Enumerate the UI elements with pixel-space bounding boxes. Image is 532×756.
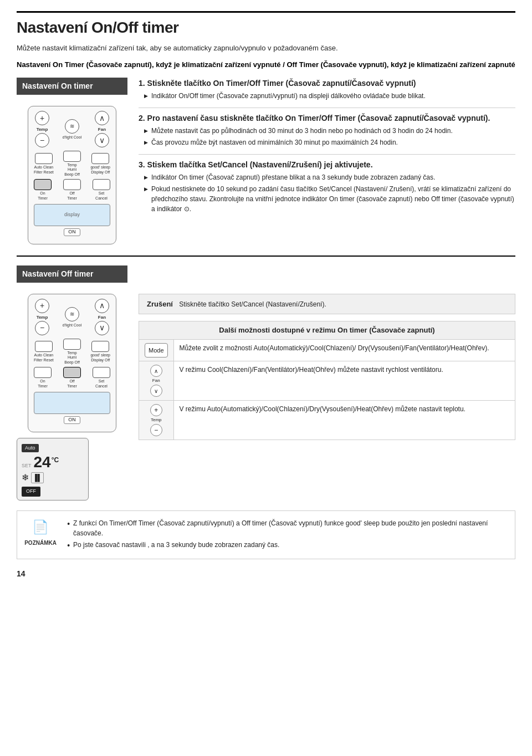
dlight-icon[interactable]: ≋ (65, 119, 79, 134)
off-temp-minus-btn[interactable]: − (35, 321, 49, 335)
main-header: Nastavení On/Off timer Můžete nastavit k… (17, 11, 515, 54)
off-remote-display (34, 392, 110, 414)
off-timer-label-box: Nastavení Off timer (17, 265, 127, 283)
fan-icon-cell: ∧ Fan ∨ (139, 361, 174, 401)
temp-btn-group: + Temp − (34, 111, 50, 149)
step-3: 3. Stiskem tlačítka Set/Cancel (Nastaven… (139, 159, 515, 214)
off-display-set-row: SET 24°C (22, 454, 84, 470)
step-1-num: 1. Stiskněte tlačítko On Timer/Off Timer… (139, 78, 515, 89)
off-dlight-btn: ≋ d'light Cool (63, 307, 81, 329)
off-display-auto: Auto (22, 444, 39, 453)
remote-off: + Temp − ≋ d'light Cool ∧ Fan (28, 294, 116, 432)
step-2-bullet-2: Čas provozu může být nastaven od minimál… (144, 137, 515, 147)
note-content: Z funkcí On Timer/Off Timer (Časovač zap… (62, 517, 507, 553)
off-timer-col-left: + Temp − ≋ d'light Cool ∧ Fan (17, 294, 127, 500)
fan-btn-group: ∧ Fan ∨ (94, 111, 110, 149)
off-timer-col-right: Zrušení Stiskněte tlačítko Set/Cancel (N… (139, 294, 515, 500)
on-timer-col-right: 1. Stiskněte tlačítko On Timer/Off Timer… (139, 78, 515, 244)
info-table-header: Další možnosti dostupné v režimu On time… (139, 321, 515, 340)
step-3-bullet-1: Indikátor On timer (Časovač zapnutí) pře… (144, 172, 515, 182)
step-3-bullet-2: Pokud nestisknete do 10 sekund po zadání… (144, 184, 515, 214)
note-bullet-2: Po jste časovač nastavili , a na 3 sekun… (67, 540, 507, 551)
step-2-num: 2. Pro nastavení času stiskněte tlačítko… (139, 113, 515, 124)
zruseni-box: Zrušení Stiskněte tlačítko Set/Cancel (N… (139, 294, 515, 315)
off-display-off-btn: OFF (22, 487, 40, 497)
on-timer-label-box: Nastavení On timer (17, 78, 127, 95)
off-good-sleep-btn: good' sleepDisplay Off (90, 341, 110, 362)
section1-heading: Nastavení On Timer (Časovače zapnutí), k… (17, 59, 515, 70)
note-icon-col: 📄 POZNÁMKA (25, 517, 56, 553)
on-timer-section: Nastavení On timer + Temp − ≋ d'light Co… (17, 78, 515, 244)
off-timer-section: Nastavení Off timer + Temp − ≋ (17, 265, 515, 500)
off-on-timer-btn: OnTimer (34, 367, 52, 389)
note-box: 📄 POZNÁMKA Z funkcí On Timer/Off Timer (… (17, 510, 515, 559)
info-table: Další možnosti dostupné v režimu On time… (139, 321, 515, 440)
off-fan-btn-group: ∧ Fan ∨ (94, 299, 110, 336)
fan-label: Fan (98, 126, 106, 133)
section-divider (17, 256, 515, 257)
temp-icon-cell: + Temp − (139, 401, 174, 440)
temp-minus-btn[interactable]: − (35, 133, 49, 147)
step-2-title: Pro nastavení času stiskněte tlačítko On… (147, 114, 490, 122)
on-indicator: ON (64, 228, 80, 236)
page-wrapper: Nastavení On/Off timer Můžete nastavit k… (17, 11, 515, 580)
step-1-title: Stiskněte tlačítko On Timer/Off Timer (Č… (147, 79, 416, 88)
off-set-cancel-btn: SetCancel (93, 367, 110, 389)
step-2: 2. Pro nastavení času stiskněte tlačítko… (139, 113, 515, 147)
off-dlight-icon[interactable]: ≋ (65, 307, 79, 321)
good-sleep-label: good' sleepDisplay Off (90, 165, 110, 175)
auto-clean-label: Auto CleanFilter Reset (34, 165, 54, 175)
off-off-timer-btn: OffTimer (63, 367, 81, 389)
divider-1 (139, 108, 515, 108)
off-timer-btn: OffTimer (63, 179, 81, 201)
off-timer-btn-label: OffTimer (67, 191, 77, 201)
off-temp-btn-group: + Temp − (34, 299, 50, 336)
off-fan-up-btn[interactable]: ∧ (95, 299, 109, 313)
off-display-icons-row: ❄ ▐▌ (22, 471, 84, 484)
temp-label: Temp (37, 126, 48, 133)
off-auto-clean-btn: Auto CleanFilter Reset (34, 341, 54, 362)
note-doc-icon: 📄 (32, 517, 49, 538)
remote-off-wrap: + Temp − ≋ d'light Cool ∧ Fan (17, 294, 127, 432)
fan-up-btn[interactable]: ∧ (95, 111, 109, 125)
remote-on: + Temp − ≋ d'light Cool ∧ Fan ∨ (28, 106, 116, 244)
on-timer-col-left: Nastavení On timer + Temp − ≋ d'light Co… (17, 78, 127, 244)
off-display-deg: °C (52, 457, 59, 463)
off-display-temp: 24°C (34, 454, 59, 470)
off-timer-body: + Temp − ≋ d'light Cool ∧ Fan (17, 294, 515, 500)
temp-humi-btn: TempHumiBeep Off (63, 151, 81, 177)
mode-text-cell: Můžete zvolit z možností Auto(Automatick… (173, 339, 515, 361)
mode-icon-cell: Mode (139, 339, 174, 361)
on-timer-btn-label: OnTimer (38, 191, 48, 201)
set-cancel-btn: SetCancel (93, 179, 110, 201)
temp-text-cell: V režimu Auto(Automatický)/Cool(Chlazení… (173, 401, 515, 440)
step-1: 1. Stiskněte tlačítko On Timer/Off Timer… (139, 78, 515, 101)
auto-clean-btn: Auto CleanFilter Reset (34, 153, 54, 175)
dlight-label: d'light Cool (63, 135, 81, 141)
good-sleep-btn: good' sleepDisplay Off (90, 153, 110, 175)
page-subtitle: Můžete nastavit klimatizační zařízení ta… (17, 43, 515, 54)
step-3-title: Stiskem tlačítka Set/Cancel (Nastavení/Z… (147, 160, 373, 169)
temp-plus-btn[interactable]: + (35, 111, 49, 125)
off-temp-humi-btn: TempHumiBeep Off (63, 339, 81, 365)
note-bullet-1: Z funkcí On Timer/Off Timer (Časovač zap… (67, 518, 507, 538)
on-timer-btn: OnTimer (34, 179, 52, 201)
temp-humi-label: TempHumiBeep Off (64, 163, 80, 177)
set-cancel-btn-label: SetCancel (95, 191, 108, 201)
fan-text-cell: V režimu Cool(Chlazení)/Fan(Ventilátor)/… (173, 361, 515, 401)
off-temp-plus-btn[interactable]: + (35, 299, 49, 313)
page-title: Nastavení On/Off timer (17, 16, 515, 39)
note-label: POZNÁMKA (24, 539, 57, 548)
off-fan-down-btn[interactable]: ∨ (95, 321, 109, 335)
divider-2 (139, 154, 515, 155)
remote-on-wrap: + Temp − ≋ d'light Cool ∧ Fan ∨ (17, 106, 127, 244)
remote-display: display (34, 204, 110, 226)
off-on-indicator: ON (64, 416, 80, 424)
step-2-bullet-1: Můžete nastavit čas po půlhodinách od 30… (144, 126, 515, 136)
step-1-bullet-1: Indikátor On/Off timer (Časovače zapnutí… (144, 91, 515, 101)
dlight-cool-btn: ≋ d'light Cool (63, 119, 81, 141)
page-number: 14 (17, 568, 515, 580)
zruseni-text: Stiskněte tlačítko Set/Cancel (Nastavení… (179, 300, 326, 308)
zruseni-label: Zrušení (147, 300, 173, 308)
fan-down-btn[interactable]: ∨ (95, 133, 109, 147)
